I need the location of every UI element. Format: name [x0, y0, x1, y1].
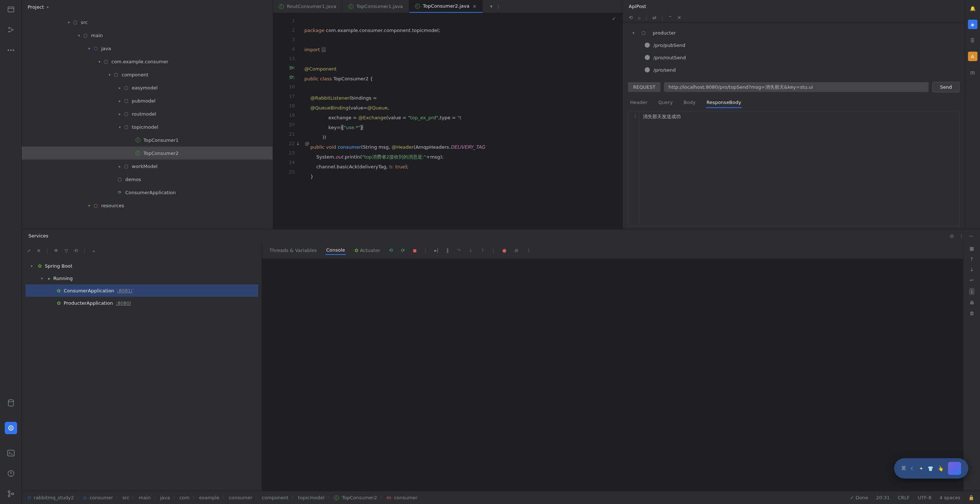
- response-text[interactable]: 消失那天发送成功: [639, 111, 684, 226]
- terminal-tool-icon[interactable]: [6, 448, 16, 458]
- search-icon[interactable]: ⌕: [638, 15, 641, 21]
- api-endpoint[interactable]: /pro/send: [630, 63, 958, 76]
- step-into-icon[interactable]: ↓: [469, 248, 473, 253]
- tree-node-pubmodel[interactable]: ▸▢pubmodel: [22, 94, 273, 107]
- up-icon[interactable]: ↑: [970, 256, 974, 262]
- app-port-link[interactable]: :8080/: [116, 300, 131, 306]
- status-line-sep[interactable]: CRLF: [898, 495, 910, 500]
- tab-topconsumer1[interactable]: CTopConsumer1.java: [342, 0, 409, 13]
- notifications-icon[interactable]: 🔔: [968, 4, 977, 13]
- close-panel-icon[interactable]: ✕: [678, 15, 681, 21]
- services-running-node[interactable]: ▾▸Running: [25, 272, 258, 284]
- tab-actuator[interactable]: ✿ Actuator: [354, 246, 381, 255]
- step-over-icon[interactable]: ↷: [457, 248, 461, 253]
- tree-node-topconsumer1[interactable]: CTopConsumer1: [22, 133, 273, 147]
- more-tool-icon[interactable]: [6, 45, 16, 55]
- api-endpoint[interactable]: /pro/pubSend: [630, 39, 958, 51]
- show-icon[interactable]: 👁: [54, 248, 59, 255]
- api-tree-root[interactable]: ▾▢producter: [630, 27, 958, 39]
- bc-item[interactable]: java: [160, 495, 170, 500]
- request-url-input[interactable]: [664, 82, 929, 92]
- down-icon[interactable]: ↓: [970, 267, 974, 273]
- tree-node-main[interactable]: ▾▢main: [22, 29, 273, 42]
- bc-item[interactable]: rabbitmq_study2: [34, 495, 74, 500]
- structure-tool-icon[interactable]: [6, 25, 16, 35]
- trash-icon[interactable]: 🗑: [969, 311, 974, 316]
- bc-item[interactable]: consumer: [229, 495, 252, 500]
- status-encoding[interactable]: UTF-8: [918, 495, 932, 500]
- bc-item[interactable]: topicmodel: [298, 495, 325, 500]
- rerun-debug-icon[interactable]: ⟳: [401, 248, 405, 253]
- bc-item[interactable]: com: [180, 495, 190, 500]
- bc-item[interactable]: example: [199, 495, 220, 500]
- target-icon[interactable]: ◎: [950, 233, 954, 239]
- tree-node-easymodel[interactable]: ▸▢easymodel: [22, 81, 273, 94]
- tree-node-java[interactable]: ▾▢java: [22, 42, 273, 55]
- soft-wrap-icon[interactable]: ↩: [970, 277, 974, 283]
- refresh-icon[interactable]: ⟲: [629, 15, 633, 21]
- collapse-icon[interactable]: ⌃: [668, 15, 672, 21]
- gutter-run-icon[interactable]: ⟳: [290, 63, 293, 73]
- close-icon[interactable]: ✕: [37, 248, 41, 255]
- tree-node-topicmodel[interactable]: ▾▢topicmodel: [22, 120, 273, 133]
- close-tab-icon[interactable]: ×: [472, 3, 477, 9]
- chevron-down-icon[interactable]: ▾: [490, 4, 493, 9]
- status-position[interactable]: 20:31: [876, 495, 889, 500]
- tab-responsebody[interactable]: ResponseBody: [706, 97, 742, 108]
- tab-body[interactable]: Body: [683, 97, 697, 108]
- project-tool-icon[interactable]: [6, 4, 16, 14]
- tree-node-workmodel[interactable]: ▸▢workModel: [22, 160, 273, 173]
- mute-bp-icon[interactable]: ⊘: [514, 248, 519, 253]
- tab-threads[interactable]: Threads & Variables: [269, 246, 317, 255]
- vcs-tool-icon[interactable]: [6, 489, 16, 499]
- bc-item[interactable]: component: [262, 495, 289, 500]
- tree-node-resources[interactable]: ▾▢resources: [22, 199, 273, 212]
- more-icon[interactable]: ⋮: [496, 4, 501, 9]
- bc-item[interactable]: src: [123, 495, 129, 500]
- gutter-run-icon[interactable]: ⟳: [290, 73, 293, 82]
- tree-node-topconsumer2[interactable]: CTopConsumer2: [22, 147, 273, 160]
- tab-console[interactable]: Console: [325, 246, 346, 255]
- ai-assistant-icon[interactable]: ◈: [968, 20, 977, 29]
- request-method-label[interactable]: REQUEST: [628, 82, 660, 92]
- filter-icon[interactable]: ▽: [64, 248, 68, 255]
- console-output[interactable]: [262, 258, 963, 491]
- tab-query[interactable]: Query: [657, 97, 673, 108]
- tree-node-demos[interactable]: ▢demos: [22, 173, 273, 186]
- resume-icon[interactable]: ▸|: [434, 248, 438, 253]
- status-indent[interactable]: 4 spaces: [940, 495, 960, 500]
- app-port-link[interactable]: :8081/: [117, 288, 132, 293]
- database-icon[interactable]: 🗄: [968, 36, 977, 45]
- tree-node-consumerapp[interactable]: ⟳ConsumerApplication: [22, 186, 273, 199]
- status-done[interactable]: ✓ Done: [850, 495, 868, 500]
- readonly-lock-icon[interactable]: 🔒: [968, 495, 974, 500]
- bc-item[interactable]: consumer: [394, 495, 417, 500]
- problems-tool-icon[interactable]: [6, 468, 16, 479]
- more-icon[interactable]: ⋮: [959, 233, 964, 239]
- tree-node-component[interactable]: ▾▢component: [22, 68, 273, 81]
- database-tool-icon[interactable]: [6, 398, 16, 408]
- tree-node-routmodel[interactable]: ▸▢routmodel: [22, 107, 273, 120]
- code-editor[interactable]: package com.example.consumer.component.t…: [304, 13, 622, 229]
- scroll-end-icon[interactable]: ⤓: [969, 288, 975, 295]
- gutter-usage-icon[interactable]: ↓: [296, 139, 300, 148]
- project-header[interactable]: Project ▾: [22, 0, 273, 14]
- tree-node-src[interactable]: ▾▢src: [22, 16, 273, 29]
- filter-icon[interactable]: ⇄: [652, 15, 656, 21]
- add-icon[interactable]: ＋: [91, 248, 96, 255]
- maven-icon[interactable]: m: [968, 68, 977, 77]
- expand-icon[interactable]: ⤢: [27, 248, 31, 255]
- send-button[interactable]: Send: [932, 82, 959, 92]
- bc-item[interactable]: consumer: [89, 495, 113, 500]
- tab-routconsumer1[interactable]: CRoutConsumer1.java: [273, 0, 342, 13]
- ai-tool-icon[interactable]: [5, 422, 17, 434]
- services-app-consumer[interactable]: ✿ConsumerApplication :8081/: [25, 284, 258, 297]
- ime-indicator-pill[interactable]: 英 ☾ ✦ 👕 👆: [894, 458, 968, 479]
- stop-icon[interactable]: ◼: [413, 248, 417, 253]
- bc-item[interactable]: TopConsumer2: [342, 495, 377, 500]
- layout-icon[interactable]: ▦: [969, 246, 974, 251]
- pause-icon[interactable]: ‖: [446, 248, 449, 253]
- step-out-icon[interactable]: ↑: [480, 248, 485, 253]
- tree-node-package[interactable]: ▾▢com.example.consumer: [22, 55, 273, 68]
- services-app-producter[interactable]: ✿ProducterApplication :8080/: [25, 297, 258, 309]
